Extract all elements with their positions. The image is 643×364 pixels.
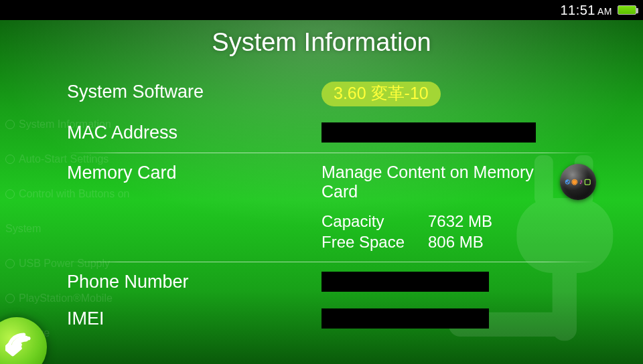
imei-label: IMEI bbox=[67, 308, 322, 329]
mac-address-label: MAC Address bbox=[67, 122, 322, 143]
imei-value-redacted bbox=[322, 308, 489, 329]
manage-content-label: Manage Content on Memory Card bbox=[322, 163, 553, 201]
status-bar: 11:51AM bbox=[0, 0, 643, 20]
divider bbox=[67, 262, 596, 262]
row-imei: IMEI bbox=[67, 300, 596, 329]
free-space-value: 806 MB bbox=[428, 232, 484, 252]
row-mac-address: MAC Address bbox=[67, 114, 596, 151]
battery-icon bbox=[618, 5, 636, 15]
back-button[interactable] bbox=[0, 317, 47, 364]
capacity-value: 7632 MB bbox=[428, 211, 492, 232]
memory-card-label: Memory Card bbox=[67, 163, 322, 183]
page-title: System Information bbox=[0, 28, 643, 57]
content-area: System Software 3.60 変革-10 MAC Address M… bbox=[67, 74, 596, 364]
phone-number-label: Phone Number bbox=[67, 272, 322, 292]
divider bbox=[67, 153, 596, 153]
system-software-label: System Software bbox=[67, 82, 322, 102]
capacity-label: Capacity bbox=[322, 211, 412, 232]
clock-time: 11:51 bbox=[560, 3, 595, 17]
manage-content-link[interactable]: Manage Content on Memory Card ⎋◉♪▢ bbox=[322, 163, 596, 201]
system-software-value: 3.60 変革-10 bbox=[322, 82, 441, 106]
phone-number-value-redacted bbox=[322, 272, 489, 292]
clock-ampm: AM bbox=[597, 6, 612, 17]
mac-address-value-redacted bbox=[322, 122, 536, 143]
row-system-software: System Software 3.60 変革-10 bbox=[67, 74, 596, 114]
back-arrow-icon bbox=[5, 330, 35, 359]
free-space-row: Free Space 806 MB bbox=[322, 232, 596, 252]
free-space-label: Free Space bbox=[322, 232, 412, 252]
clock: 11:51AM bbox=[560, 3, 612, 18]
row-memory-card[interactable]: Memory Card Manage Content on Memory Car… bbox=[67, 155, 596, 260]
row-phone-number: Phone Number bbox=[67, 264, 596, 300]
content-manager-icon: ⎋◉♪▢ bbox=[560, 164, 596, 200]
capacity-row: Capacity 7632 MB bbox=[322, 211, 596, 232]
